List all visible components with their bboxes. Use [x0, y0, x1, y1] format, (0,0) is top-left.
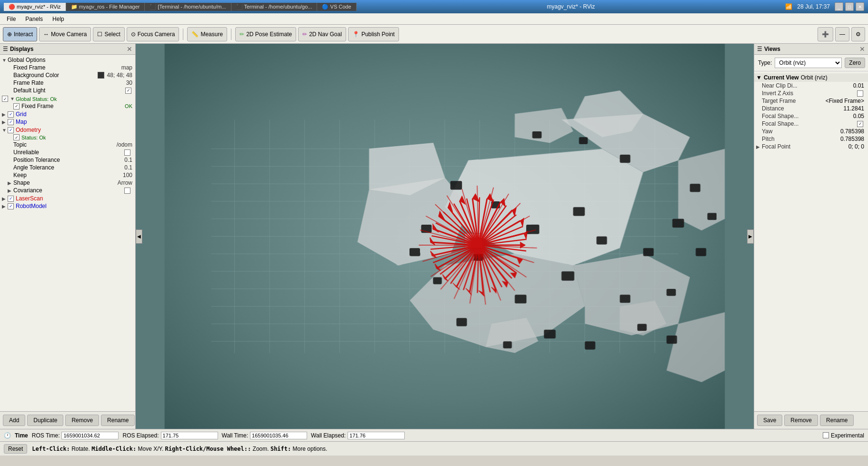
select-button[interactable]: ☐ Select [93, 27, 124, 41]
reset-button[interactable]: Reset [4, 444, 27, 454]
frame-rate-row[interactable]: Frame Rate 30 [0, 79, 133, 87]
view-type-dropdown[interactable]: Orbit (rviz) FPS (rviz) TopDownOrtho (rv… [775, 58, 842, 68]
robotmodel-item[interactable]: ▶ RobotModel [0, 202, 135, 210]
menu-panels[interactable]: Panels [20, 15, 48, 23]
tab-terminal2[interactable]: ⬛ Terminal - /home/ubuntu/go... [231, 3, 318, 11]
add-icon-btn[interactable]: ➕ [818, 27, 833, 41]
wall-time-input[interactable] [250, 432, 307, 439]
odo-shape-expand[interactable]: ▶ [8, 180, 13, 186]
global-fixed-frame-label: Fixed Frame [21, 103, 123, 109]
odo-topic-row[interactable]: Topic /odom [0, 141, 133, 149]
wall-time-section: Wall Time: [222, 432, 308, 439]
interact-button[interactable]: ⊕ Interact [3, 27, 37, 41]
odo-shape-row[interactable]: ▶ Shape Arrow [0, 179, 133, 187]
grid-item[interactable]: ▶ Grid [0, 110, 135, 118]
odo-ang-tol-row[interactable]: Angle Tolerance 0.1 [0, 164, 133, 171]
global-status-checkbox[interactable] [2, 96, 8, 102]
remove-display-button[interactable]: Remove [65, 415, 99, 426]
global-options-expand[interactable]: ▼ [2, 58, 8, 63]
laserscan-checkbox[interactable] [8, 196, 14, 202]
map-checkbox[interactable] [8, 119, 14, 125]
pitch-row[interactable]: Pitch 0.785398 [754, 135, 868, 143]
nav-goal-button[interactable]: ✏ 2D Nav Goal [298, 27, 346, 41]
duplicate-display-button[interactable]: Duplicate [27, 415, 63, 426]
pitch-label: Pitch [762, 136, 840, 142]
odo-covariance-checkbox[interactable] [124, 188, 130, 194]
close-button[interactable]: ✕ [856, 2, 864, 11]
focal-shape-fixed-checkbox[interactable] [857, 121, 863, 127]
experimental-checkbox[interactable] [823, 432, 829, 438]
minimize-button[interactable]: _ [835, 2, 843, 11]
robotmodel-expand[interactable]: ▶ [2, 204, 8, 209]
grid-checkbox[interactable] [8, 111, 14, 118]
rename-display-button[interactable]: Rename [101, 415, 135, 426]
experimental-label: Experimental [831, 432, 864, 439]
distance-row[interactable]: Distance 11.2841 [754, 105, 868, 112]
wall-elapsed-input[interactable] [348, 432, 405, 439]
add-display-button[interactable]: Add [3, 415, 25, 426]
default-light-row[interactable]: Default Light [0, 87, 133, 94]
focal-point-row[interactable]: ▶ Focal Point 0; 0; 0 [754, 143, 868, 150]
viewport[interactable]: ◀ ▶ [136, 44, 754, 429]
pose-estimate-button[interactable]: ✏ 2D Pose Estimate [235, 27, 296, 41]
focal-shape-size-row[interactable]: Focal Shape... 0.05 [754, 112, 868, 120]
focal-point-expand[interactable]: ▶ [756, 144, 762, 149]
collapse-right-button[interactable]: ▶ [747, 229, 754, 244]
odo-keep-row[interactable]: Keep 100 [0, 171, 133, 179]
yaw-row[interactable]: Yaw 0.785398 [754, 128, 868, 135]
odo-covariance-row[interactable]: ▶ Covariance [0, 187, 133, 194]
move-camera-button[interactable]: ↔ Move Camera [39, 27, 91, 41]
gff-checkbox[interactable] [13, 103, 20, 109]
remove-view-button[interactable]: Remove [784, 415, 818, 426]
measure-button[interactable]: 📏 Measure [187, 27, 227, 41]
global-status-item[interactable]: ▼ Global Status: Ok Fixed Frame OK [0, 95, 135, 110]
save-view-button[interactable]: Save [757, 415, 782, 426]
focus-camera-button[interactable]: ⊙ Focus Camera [127, 27, 180, 41]
publish-point-button[interactable]: 📍 Publish Point [348, 27, 399, 41]
remove-icon-btn[interactable]: — [835, 27, 849, 41]
laserscan-expand[interactable]: ▶ [2, 196, 8, 201]
odo-unreliable-checkbox[interactable] [124, 149, 130, 156]
zero-button[interactable]: Zero [845, 58, 865, 68]
displays-close-button[interactable]: ✕ [127, 45, 132, 53]
tab-rviz[interactable]: 🔴 myagv_rviz* - RViz [4, 3, 66, 11]
odo-covariance-expand[interactable]: ▶ [8, 188, 13, 193]
odometry-item[interactable]: ▼ Odometry Status: Ok Topic /odom [0, 126, 135, 195]
view-section-expand[interactable]: ▼ [756, 74, 762, 81]
default-light-checkbox[interactable] [125, 88, 131, 94]
views-buttons: Save Remove Rename [754, 411, 868, 429]
global-status-expand[interactable]: ▼ [10, 96, 16, 101]
tab-filemanager[interactable]: 📁 myagv_ros - File Manager [66, 3, 145, 11]
tab-terminal1[interactable]: ⬛ [Terminal - /home/ubuntu/m... [145, 3, 231, 11]
odometry-checkbox[interactable] [8, 127, 14, 133]
maximize-button[interactable]: □ [845, 2, 854, 11]
odo-unreliable-row[interactable]: Unreliable [0, 149, 133, 156]
tab-vscode[interactable]: 🔵 VS Code [317, 3, 356, 11]
map-expand[interactable]: ▶ [2, 119, 8, 125]
global-options-item[interactable]: ▼ Global Options Fixed Frame map Backgro… [0, 56, 135, 95]
odo-status-checkbox[interactable] [13, 134, 20, 140]
laserscan-item[interactable]: ▶ LaserScan [0, 195, 135, 202]
menu-help[interactable]: Help [48, 15, 69, 23]
target-frame-row[interactable]: Target Frame <Fixed Frame> [754, 97, 868, 105]
ros-elapsed-input[interactable] [161, 432, 218, 439]
odo-pos-tol-row[interactable]: Position Tolerance 0.1 [0, 156, 133, 164]
window-title: myagv_rviz* - RViz [357, 3, 786, 10]
settings-icon-btn[interactable]: ⚙ [851, 27, 865, 41]
views-close-button[interactable]: ✕ [859, 45, 865, 53]
invert-z-checkbox[interactable] [857, 90, 863, 97]
background-color-row[interactable]: Background Color 48; 48; 48 [0, 71, 133, 79]
displays-panel: ☰ Displays ✕ ▼ Global Options Fixed Fram… [0, 44, 136, 429]
near-clip-row[interactable]: Near Clip Di... 0.01 [754, 82, 868, 89]
invert-z-row[interactable]: Invert Z Axis [754, 89, 868, 97]
menu-file[interactable]: File [2, 15, 20, 23]
ros-time-input[interactable] [61, 432, 119, 439]
map-item[interactable]: ▶ Map [0, 118, 135, 126]
robotmodel-checkbox[interactable] [8, 203, 14, 209]
grid-expand[interactable]: ▶ [2, 112, 8, 117]
collapse-left-button[interactable]: ◀ [136, 229, 142, 244]
fixed-frame-row[interactable]: Fixed Frame map [0, 64, 133, 71]
rename-view-button[interactable]: Rename [820, 415, 854, 426]
focal-shape-fixed-row[interactable]: Focal Shape... [754, 120, 868, 128]
odometry-expand[interactable]: ▼ [2, 128, 8, 133]
